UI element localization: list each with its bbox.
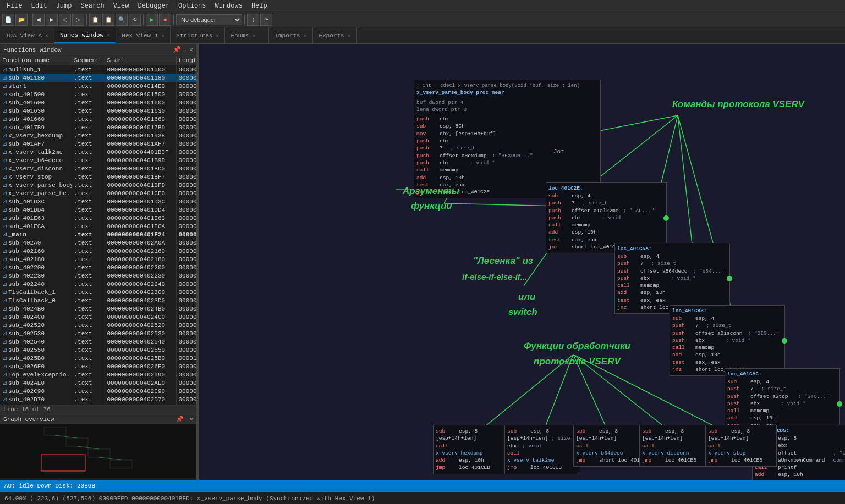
col-function-name[interactable]: Function name xyxy=(0,56,72,65)
col-length[interactable]: Length xyxy=(176,56,196,65)
tab-close-enums[interactable]: ✕ xyxy=(252,32,255,39)
table-row[interactable]: ⊿sub_402530.text000000000040253000000005 xyxy=(0,329,196,337)
table-row[interactable]: ⊿sub_402240.text0000000000402240000000AC xyxy=(0,280,196,288)
func-start-cell: 0000000000402D70 xyxy=(105,395,176,403)
table-row[interactable]: ⊿TlsCallback_0.text00000000004023D000000… xyxy=(0,296,196,304)
menu-debugger[interactable]: Debugger xyxy=(133,1,174,11)
tab-enums[interactable]: Enums ✕ xyxy=(225,27,269,43)
table-row[interactable]: ⊿sub_402550.text000000000040255000000051 xyxy=(0,346,196,354)
col-segment[interactable]: Segment xyxy=(72,56,105,65)
table-row[interactable]: ⊿sub_401DD4.text0000000000401DD40000008F xyxy=(0,206,196,214)
step-into[interactable]: ⤵ xyxy=(247,14,259,26)
table-row[interactable]: ⊿sub_401180.text000000000040118000000335 xyxy=(0,74,196,82)
table-row[interactable]: ⊿sub_4017B9.text00000000004017B90000017F xyxy=(0,123,196,131)
table-row[interactable]: ⊿sub_4026F0.text00000000004026F0000002A0 xyxy=(0,362,196,370)
func-start-cell: 0000000000401500 xyxy=(105,90,176,98)
new-button[interactable]: 📄 xyxy=(2,14,14,26)
menu-jump[interactable]: Jump xyxy=(52,1,76,11)
tab-close-structures[interactable]: ✕ xyxy=(216,32,219,39)
tab-imports[interactable]: Imports ✕ xyxy=(269,27,313,43)
refresh-button[interactable]: ↻ xyxy=(129,14,141,26)
table-row[interactable]: ⊿sub_402AE0.text0000000000402AE000000071 xyxy=(0,379,196,387)
tab-hex-view[interactable]: Hex View-1 ✕ xyxy=(116,27,171,43)
back2-button[interactable]: ◁ xyxy=(59,14,71,26)
step-over[interactable]: ↷ xyxy=(260,14,272,26)
tab-structures[interactable]: Structures ✕ xyxy=(171,27,225,43)
close-panel-button[interactable]: ✕ xyxy=(189,46,193,54)
table-row[interactable]: ⊿sub_401E63.text0000000000401E6300000067 xyxy=(0,214,196,222)
copy-button[interactable]: 📋 xyxy=(89,14,101,26)
tab-close-names[interactable]: ✕ xyxy=(107,32,110,38)
table-row[interactable]: ⊿sub_4025B0.text00000000004025B0000013A xyxy=(0,354,196,362)
tab-close-hex[interactable]: ✕ xyxy=(161,32,164,39)
table-row[interactable]: ⊿sub_402520.text000000000040252000000003 xyxy=(0,321,196,329)
tab-close-ida[interactable]: ✕ xyxy=(45,32,48,39)
table-row[interactable]: ⊿x_vserv_hexdump.text0000000000401938000… xyxy=(0,131,196,140)
table-row[interactable]: ⊿TopLevelExceptio....text000000000040299… xyxy=(0,370,196,379)
menu-view[interactable]: View xyxy=(109,1,134,11)
func-len-cell: 00000020 xyxy=(176,247,196,255)
run-button[interactable]: ▶ xyxy=(146,14,158,26)
table-row[interactable]: ⊿sub_402C90.text0000000000402C90000000DA xyxy=(0,387,196,395)
find-button[interactable]: 🔍 xyxy=(116,14,128,26)
table-row[interactable]: ⊿nullsub_1.text000000000040100000000002 xyxy=(0,65,196,74)
menu-file[interactable]: File xyxy=(2,1,27,11)
table-row[interactable]: ⊿sub_402230.text000000000040223000000003 xyxy=(0,272,196,280)
table-row[interactable]: ⊿sub_402DB0.text0000000000402DB00000003D xyxy=(0,403,196,405)
menu-edit[interactable]: Edit xyxy=(27,1,52,11)
func-seg-cell: .text xyxy=(72,123,105,131)
pin-button[interactable]: 📌 xyxy=(173,46,181,54)
forward-button[interactable]: ▶ xyxy=(46,14,58,26)
tab-close-exports[interactable]: ✕ xyxy=(348,32,351,39)
table-row[interactable]: ⊿x_vserv_disconn.text0000000000401BD0000… xyxy=(0,164,196,173)
table-row[interactable]: ⊿x_vserv_stop.text0000000000401BF7000000… xyxy=(0,173,196,181)
tab-ida-view[interactable]: IDA View-A ✕ xyxy=(0,27,54,43)
table-row[interactable]: ⊿sub_402160.text000000000040216000000020 xyxy=(0,247,196,255)
func-icon: ⊿ xyxy=(2,190,7,197)
table-row[interactable]: ⊿sub_4024B0.text00000000004024B0000000E xyxy=(0,304,196,313)
menu-help[interactable]: Help xyxy=(247,1,272,11)
graph-panel[interactable]: ; int __cdecl x_vserv_parse_body(void *b… xyxy=(199,44,845,480)
table-row[interactable]: ⊿start.text00000000004014E00000001A xyxy=(0,82,196,90)
menu-windows[interactable]: Windows xyxy=(211,1,247,11)
table-row[interactable]: ⊿sub_401600.text00000000004016000000002F xyxy=(0,98,196,107)
table-row[interactable]: ⊿x_vserv_b64deco.text0000000000401B9D000… xyxy=(0,156,196,164)
table-row[interactable]: ⊿sub_402A0.text0000000000402A0A000000B2 xyxy=(0,239,196,247)
menu-search[interactable]: Search xyxy=(76,1,108,11)
paste-button[interactable]: 📋 xyxy=(102,14,114,26)
table-row[interactable]: ⊿sub_402180.text000000000040218000000002 xyxy=(0,255,196,263)
func-start-cell: 0000000000401000 xyxy=(105,65,176,74)
func-icon: ⊿ xyxy=(2,182,7,189)
forward2-button[interactable]: ▷ xyxy=(72,14,84,26)
table-row[interactable]: ⊿sub_401500.text0000000000401500000000F4 xyxy=(0,90,196,98)
func-name-cell: ⊿sub_402A0 xyxy=(0,239,72,247)
functions-table-scroll[interactable]: Function name Segment Start Length ⊿null… xyxy=(0,56,196,405)
debugger-combo[interactable]: No debugger xyxy=(176,14,242,25)
go-pin-button[interactable]: 📌 xyxy=(176,416,184,423)
table-row[interactable]: ⊿sub_402D70.text0000000000402D700000001D xyxy=(0,395,196,403)
col-start[interactable]: Start xyxy=(105,56,176,65)
table-row[interactable]: ⊿sub_4024C0.text00000000004024C00000005B xyxy=(0,313,196,321)
table-row[interactable]: ⊿x_vserv_talk2me.text00000000004401B3F00… xyxy=(0,148,196,156)
stop-button[interactable]: ■ xyxy=(159,14,171,26)
table-row[interactable]: ⊿_main.text0000000000401F2400000175 xyxy=(0,230,196,239)
minimize-button[interactable]: — xyxy=(183,46,187,54)
table-row[interactable]: ⊿sub_401AF7.text0000000000401AF700000048 xyxy=(0,140,196,148)
tab-close-imports[interactable]: ✕ xyxy=(304,32,307,39)
tab-names-window[interactable]: Names window ✕ xyxy=(54,27,116,43)
menu-options[interactable]: Options xyxy=(174,1,210,11)
table-row[interactable]: ⊿sub_402200.text00000000004022000000001C xyxy=(0,263,196,272)
table-row[interactable]: ⊿TlsCallback_1.text000000000040230000000… xyxy=(0,288,196,296)
open-button[interactable]: 📂 xyxy=(15,14,28,26)
table-row[interactable]: ⊿sub_402540.text000000000040254000000005 xyxy=(0,337,196,346)
table-row[interactable]: ⊿x_vserv_parse_body.text0000000000401BFD… xyxy=(0,181,196,189)
go-close-button[interactable]: ✕ xyxy=(189,416,193,423)
table-row[interactable]: ⊿sub_401660.text000000000040166000000012 xyxy=(0,115,196,123)
tab-exports[interactable]: Exports ✕ xyxy=(313,27,357,43)
table-row[interactable]: ⊿sub_401630.text000000000040163000000030 xyxy=(0,107,196,115)
table-row[interactable]: ⊿x_vserv_parse_he....text0000000000401CF… xyxy=(0,189,196,197)
table-row[interactable]: ⊿sub_401D3C.text0000000000401D3C00000098 xyxy=(0,197,196,206)
table-row[interactable]: ⊿sub_401ECA.text0000000000401ECA0000005A xyxy=(0,222,196,230)
back-button[interactable]: ◀ xyxy=(32,14,45,26)
graph-overview-canvas[interactable] xyxy=(0,424,196,478)
